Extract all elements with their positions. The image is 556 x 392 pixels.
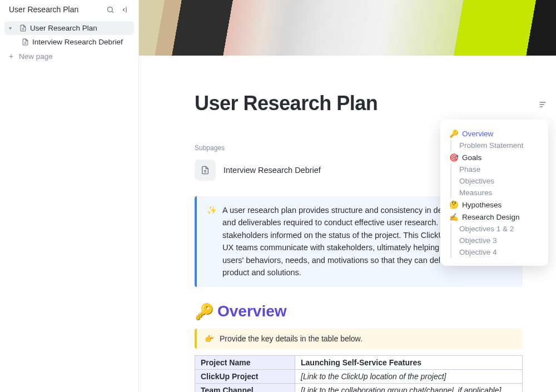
toc-section[interactable]: 🎯Goals <box>449 151 539 163</box>
toc-label: Overview <box>462 130 493 138</box>
sidebar-item-user-research-plan[interactable]: ▾ User Research Plan <box>4 21 134 35</box>
key-emoji: 🔑 <box>195 302 214 321</box>
table-key: Team Channel <box>195 383 295 392</box>
svg-line-1 <box>112 11 113 13</box>
sidebar-new-page[interactable]: + New page <box>4 49 134 63</box>
page-title[interactable]: User Research Plan <box>195 92 523 115</box>
toc-section[interactable]: 🤔Hypotheses <box>449 199 539 211</box>
toc-subitem[interactable]: Phase <box>450 163 539 175</box>
collapse-sidebar-icon[interactable] <box>120 4 130 14</box>
toc-label: Measures <box>459 188 492 197</box>
toc-label: Problem Statement <box>459 141 524 150</box>
toc-label: Hypotheses <box>462 201 502 209</box>
toc-subitem[interactable]: Objective 4 <box>450 246 539 258</box>
table-row[interactable]: ClickUp Project[Link to the ClickUp loca… <box>195 369 523 383</box>
table-key: ClickUp Project <box>195 369 295 383</box>
sidebar-item-label: Interview Research Debrief <box>32 38 123 46</box>
sidebar-item-interview-debrief[interactable]: Interview Research Debrief <box>17 35 134 49</box>
toc-label: Objectives 1 & 2 <box>459 225 514 233</box>
sidebar-title: User Research Plan <box>9 5 78 14</box>
toc-label: Research Design <box>462 213 520 221</box>
sidebar: User Research Plan ▾ User Research Plan … <box>0 0 139 392</box>
main: User Research Plan Subpages Interview Re… <box>139 0 556 392</box>
document-icon <box>21 38 29 46</box>
toc-subitem[interactable]: Objectives <box>450 175 539 187</box>
table-value[interactable]: [Link to the ClickUp location of the pro… <box>295 369 523 383</box>
toc-label: Objectives <box>459 177 494 185</box>
svg-point-0 <box>107 7 112 12</box>
table-value[interactable]: Launching Self-Service Features <box>295 355 523 369</box>
hint-callout: 👉 Provide the key details in the table b… <box>195 329 523 349</box>
plus-icon: + <box>9 52 16 61</box>
table-key: Project Name <box>195 355 295 369</box>
subpage-title: Interview Research Debrief <box>224 166 321 175</box>
table-value[interactable]: [Link to the collaboration group chat/ch… <box>295 383 523 392</box>
document-icon <box>195 160 216 181</box>
toc-trigger-icon[interactable] <box>537 99 548 110</box>
toc-popover: 🔑OverviewProblem Statement🎯GoalsPhaseObj… <box>440 120 548 266</box>
details-table[interactable]: Project NameLaunching Self-Service Featu… <box>195 355 523 392</box>
toc-section[interactable]: ✍️Research Design <box>449 211 539 223</box>
hint-text: Provide the key details in the table bel… <box>220 334 363 343</box>
toc-subitem[interactable]: Objective 3 <box>450 235 539 246</box>
toc-emoji: 🤔 <box>449 200 459 209</box>
caret-down-icon[interactable]: ▾ <box>9 25 16 31</box>
toc-subitem[interactable]: Objectives 1 & 2 <box>450 223 539 235</box>
pointing-emoji: 👉 <box>205 334 214 343</box>
toc-emoji: ✍️ <box>449 212 459 221</box>
table-row[interactable]: Team Channel[Link to the collaboration g… <box>195 383 523 392</box>
toc-label: Objective 3 <box>459 236 497 245</box>
document-icon <box>19 24 27 32</box>
sidebar-item-label: User Research Plan <box>30 24 97 32</box>
overview-heading: 🔑 Overview <box>195 302 523 321</box>
search-icon[interactable] <box>105 4 115 14</box>
cover-image[interactable] <box>139 0 556 56</box>
sidebar-header: User Research Plan <box>4 0 134 21</box>
toc-label: Objective 4 <box>459 248 497 256</box>
sparkles-emoji: ✨ <box>207 204 217 279</box>
toc-section[interactable]: 🔑Overview <box>449 127 539 140</box>
overview-heading-text: Overview <box>217 302 287 320</box>
sidebar-new-page-label: New page <box>19 52 53 61</box>
toc-emoji: 🎯 <box>449 153 459 162</box>
toc-emoji: 🔑 <box>449 129 459 138</box>
toc-subitem[interactable]: Measures <box>450 187 539 199</box>
toc-label: Goals <box>462 153 481 162</box>
toc-subitem[interactable]: Problem Statement <box>450 140 539 151</box>
toc-label: Phase <box>459 165 480 173</box>
table-row[interactable]: Project NameLaunching Self-Service Featu… <box>195 355 523 369</box>
